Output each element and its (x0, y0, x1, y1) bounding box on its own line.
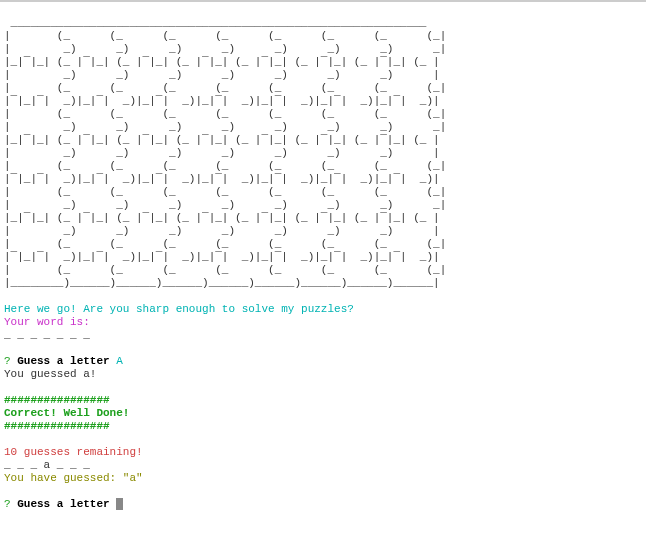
ascii-art-line: | _) _) _) _) _) _) _) _| (4, 43, 446, 55)
ascii-art-line: | _) _) _) _) _) _) _) | (4, 147, 440, 159)
ascii-art-line: |¯|_|¯| _)|_|¯| _)|_|¯| _)|_|¯| _)|_|¯| … (4, 173, 440, 185)
word-blanks-updated: _ _ _ a _ _ _ (4, 459, 90, 471)
ascii-art-line: | (_ (_ (_ (_ (_ (_ (_ (_| (4, 108, 446, 120)
ascii-art-line: | (_ (_ (_ (_ (_ (_ (_ (_| (4, 186, 446, 198)
ascii-art-line: |¯|_|¯| _)|_|¯| _)|_|¯| _)|_|¯| _)|_|¯| … (4, 95, 440, 107)
guess-input-value: A (116, 355, 123, 367)
prompt-question-icon: ? (4, 355, 11, 367)
correct-banner-border: ################ (4, 394, 110, 406)
ascii-art-line: | _) _) _) _) _) _) _) _| (4, 121, 446, 133)
ascii-art-line: |¯|_|¯| _)|_|¯| _)|_|¯| _)|_|¯| _)|_|¯| … (4, 251, 440, 263)
ascii-art-line: |_|¯|_| (_ |¯|_| (_ |¯|_| (_ |¯|_| (_ |¯… (4, 134, 440, 146)
correct-banner-border: ################ (4, 420, 110, 432)
prompt-question-icon: ? (4, 498, 11, 510)
ascii-art-line: | _) _) _) _) _) _) _) | (4, 69, 440, 81)
ascii-art-line: | (_ (_ (_ (_ (_ (_ (_ (_| (4, 160, 446, 172)
ascii-art-line: | (_ (_ (_ (_ (_ (_ (_ (_| (4, 82, 446, 94)
prompt-label: Guess a letter (17, 355, 109, 367)
ascii-art-line: |________)______)______)______)______)__… (4, 277, 440, 289)
ascii-art-line: | (_ (_ (_ (_ (_ (_ (_ (_| (4, 264, 446, 276)
terminal-output: ________________________________________… (0, 2, 646, 511)
ascii-art-line: |_|¯|_| (_ |¯|_| (_ |¯|_| (_ |¯|_| (_ |¯… (4, 212, 440, 224)
ascii-art-line: | (_ (_ (_ (_ (_ (_ (_ (_| (4, 30, 446, 42)
ascii-art-line: |_|¯|_| (_ |¯|_| (_ |¯|_| (_ |¯|_| (_ |¯… (4, 56, 440, 68)
cursor-icon[interactable] (116, 498, 123, 510)
word-blanks: _ _ _ _ _ _ _ (4, 329, 90, 341)
guessed-letters: You have guessed: "a" (4, 472, 143, 484)
ascii-art-line: | _) _) _) _) _) _) _) _| (4, 199, 446, 211)
correct-banner-message: Correct! Well Done! (4, 407, 129, 419)
ascii-art-line: | (_ (_ (_ (_ (_ (_ (_ (_| (4, 238, 446, 250)
ascii-art-line: ________________________________________… (4, 17, 426, 29)
intro-text: Here we go! Are you sharp enough to solv… (4, 303, 354, 315)
word-is-label: Your word is: (4, 316, 90, 328)
prompt-label: Guess a letter (17, 498, 109, 510)
remaining-guesses: 10 guesses remaining! (4, 446, 143, 458)
guess-echo: You guessed a! (4, 368, 96, 380)
ascii-art-line: | _) _) _) _) _) _) _) | (4, 225, 440, 237)
